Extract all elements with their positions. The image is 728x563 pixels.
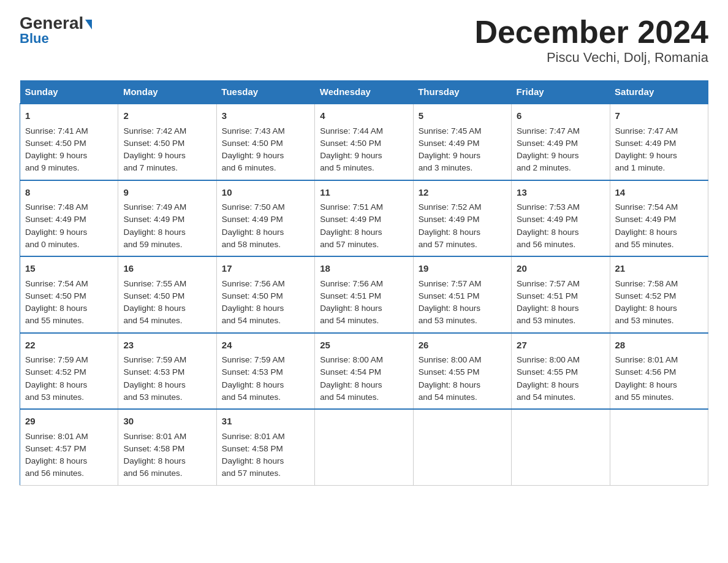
- day-number: 19: [419, 262, 506, 276]
- calendar-cell: 19Sunrise: 7:57 AMSunset: 4:51 PMDayligh…: [413, 256, 511, 333]
- day-info: and 53 minutes.: [419, 315, 506, 327]
- day-number: 22: [25, 339, 113, 353]
- day-info: Daylight: 8 hours: [517, 379, 604, 391]
- day-info: Sunset: 4:49 PM: [320, 213, 408, 226]
- col-header-tuesday: Tuesday: [216, 80, 314, 104]
- day-info: Daylight: 8 hours: [517, 302, 604, 315]
- calendar-cell: 13Sunrise: 7:53 AMSunset: 4:49 PMDayligh…: [512, 180, 610, 257]
- day-info: and 58 minutes.: [222, 239, 309, 251]
- day-info: Sunrise: 8:01 AM: [615, 354, 703, 366]
- day-info: Sunrise: 7:55 AM: [123, 278, 211, 290]
- calendar-cell: 14Sunrise: 7:54 AMSunset: 4:49 PMDayligh…: [610, 180, 708, 257]
- day-number: 4: [320, 109, 408, 123]
- calendar-cell: 24Sunrise: 7:59 AMSunset: 4:53 PMDayligh…: [216, 333, 314, 410]
- day-info: Daylight: 9 hours: [25, 150, 113, 162]
- day-info: and 2 minutes.: [517, 162, 604, 174]
- day-number: 27: [517, 339, 604, 353]
- calendar-cell: 28Sunrise: 8:01 AMSunset: 4:56 PMDayligh…: [610, 333, 708, 410]
- day-info: Sunset: 4:49 PM: [517, 213, 604, 226]
- calendar-cell: 11Sunrise: 7:51 AMSunset: 4:49 PMDayligh…: [315, 180, 413, 257]
- day-number: 26: [419, 339, 506, 353]
- day-info: Sunset: 4:50 PM: [320, 137, 408, 150]
- day-info: Sunrise: 7:43 AM: [222, 125, 309, 137]
- day-number: 21: [615, 262, 703, 276]
- day-number: 3: [222, 109, 309, 123]
- logo-arrow-icon: [85, 20, 92, 29]
- day-info: Sunrise: 8:00 AM: [419, 354, 506, 366]
- calendar-week-row: 15Sunrise: 7:54 AMSunset: 4:50 PMDayligh…: [20, 256, 708, 333]
- day-info: Sunset: 4:49 PM: [419, 213, 506, 226]
- day-number: 6: [517, 109, 604, 123]
- day-number: 20: [517, 262, 604, 276]
- day-info: Daylight: 9 hours: [222, 150, 309, 162]
- day-number: 23: [123, 339, 211, 353]
- day-info: Daylight: 8 hours: [222, 302, 309, 315]
- calendar-cell: 17Sunrise: 7:56 AMSunset: 4:50 PMDayligh…: [216, 256, 314, 333]
- day-info: and 59 minutes.: [123, 239, 211, 251]
- day-info: Daylight: 8 hours: [517, 226, 604, 239]
- day-info: Sunset: 4:49 PM: [419, 137, 506, 150]
- calendar-cell: 15Sunrise: 7:54 AMSunset: 4:50 PMDayligh…: [20, 256, 118, 333]
- day-info: Daylight: 8 hours: [123, 379, 211, 391]
- day-info: Sunrise: 7:47 AM: [517, 125, 604, 137]
- calendar-cell: 4Sunrise: 7:44 AMSunset: 4:50 PMDaylight…: [315, 104, 413, 180]
- col-header-wednesday: Wednesday: [315, 80, 413, 104]
- calendar-cell: 22Sunrise: 7:59 AMSunset: 4:52 PMDayligh…: [20, 333, 118, 410]
- day-number: 15: [25, 262, 113, 276]
- day-info: Sunset: 4:57 PM: [25, 443, 113, 455]
- day-number: 8: [25, 186, 113, 200]
- col-header-monday: Monday: [118, 80, 216, 104]
- day-info: and 57 minutes.: [222, 467, 309, 480]
- calendar-cell: 2Sunrise: 7:42 AMSunset: 4:50 PMDaylight…: [118, 104, 216, 180]
- day-info: Sunrise: 7:49 AM: [123, 201, 211, 213]
- day-info: and 55 minutes.: [25, 315, 113, 327]
- day-info: Sunset: 4:54 PM: [320, 366, 408, 378]
- col-header-thursday: Thursday: [413, 80, 511, 104]
- day-info: Sunset: 4:49 PM: [222, 213, 309, 226]
- calendar-week-row: 29Sunrise: 8:01 AMSunset: 4:57 PMDayligh…: [20, 409, 708, 485]
- day-info: Sunrise: 7:42 AM: [123, 125, 211, 137]
- day-info: Daylight: 8 hours: [25, 302, 113, 315]
- day-info: and 53 minutes.: [615, 315, 703, 327]
- day-info: and 53 minutes.: [123, 391, 211, 404]
- day-info: Daylight: 8 hours: [419, 379, 506, 391]
- day-info: Sunrise: 7:41 AM: [25, 125, 113, 137]
- day-info: and 54 minutes.: [320, 315, 408, 327]
- calendar-cell: 1Sunrise: 7:41 AMSunset: 4:50 PMDaylight…: [20, 104, 118, 180]
- day-info: and 56 minutes.: [123, 467, 211, 480]
- day-info: Daylight: 8 hours: [25, 379, 113, 391]
- day-info: and 54 minutes.: [222, 315, 309, 327]
- day-info: Daylight: 8 hours: [615, 302, 703, 315]
- day-info: Sunrise: 7:45 AM: [419, 125, 506, 137]
- day-info: Sunset: 4:53 PM: [123, 366, 211, 378]
- day-info: and 54 minutes.: [123, 315, 211, 327]
- day-number: 11: [320, 186, 408, 200]
- day-info: and 0 minutes.: [25, 239, 113, 251]
- calendar-cell: [315, 409, 413, 485]
- day-info: Daylight: 9 hours: [615, 150, 703, 162]
- calendar-cell: 23Sunrise: 7:59 AMSunset: 4:53 PMDayligh…: [118, 333, 216, 410]
- day-info: Sunrise: 7:54 AM: [615, 201, 703, 213]
- calendar-cell: 21Sunrise: 7:58 AMSunset: 4:52 PMDayligh…: [610, 256, 708, 333]
- calendar-cell: 10Sunrise: 7:50 AMSunset: 4:49 PMDayligh…: [216, 180, 314, 257]
- day-info: and 6 minutes.: [222, 162, 309, 174]
- calendar-week-row: 1Sunrise: 7:41 AMSunset: 4:50 PMDaylight…: [20, 104, 708, 180]
- calendar-cell: 6Sunrise: 7:47 AMSunset: 4:49 PMDaylight…: [512, 104, 610, 180]
- day-info: Sunset: 4:49 PM: [615, 137, 703, 150]
- day-number: 16: [123, 262, 211, 276]
- calendar-cell: 29Sunrise: 8:01 AMSunset: 4:57 PMDayligh…: [20, 409, 118, 485]
- col-header-sunday: Sunday: [20, 80, 118, 104]
- day-info: Daylight: 8 hours: [615, 226, 703, 239]
- day-info: Sunset: 4:50 PM: [25, 137, 113, 150]
- day-info: Daylight: 9 hours: [123, 150, 211, 162]
- calendar-cell: 3Sunrise: 7:43 AMSunset: 4:50 PMDaylight…: [216, 104, 314, 180]
- day-number: 17: [222, 262, 309, 276]
- day-number: 9: [123, 186, 211, 200]
- day-info: Sunset: 4:50 PM: [222, 290, 309, 302]
- calendar-week-row: 8Sunrise: 7:48 AMSunset: 4:49 PMDaylight…: [20, 180, 708, 257]
- day-info: Daylight: 8 hours: [222, 379, 309, 391]
- day-info: Sunrise: 7:57 AM: [517, 278, 604, 290]
- calendar-cell: 27Sunrise: 8:00 AMSunset: 4:55 PMDayligh…: [512, 333, 610, 410]
- day-info: Sunrise: 8:00 AM: [320, 354, 408, 366]
- calendar-cell: 9Sunrise: 7:49 AMSunset: 4:49 PMDaylight…: [118, 180, 216, 257]
